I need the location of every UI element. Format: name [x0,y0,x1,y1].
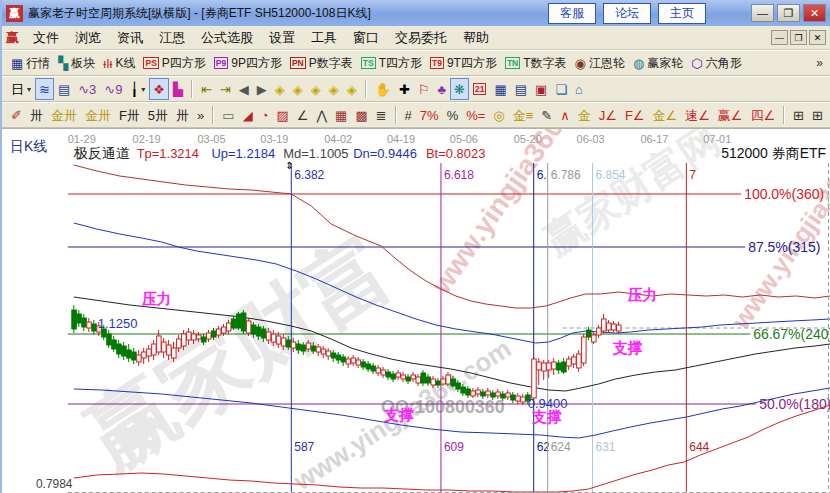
restore-button[interactable]: ❐ [777,4,800,22]
kline-button[interactable]: ᵻǀᵻK线 [99,52,139,74]
zigzag-tool-button[interactable]: ⋀ [312,104,331,126]
menu-window[interactable]: 窗口 [345,27,387,49]
chart-annotation: 1.1250 [98,316,138,331]
menu-help[interactable]: 帮助 [455,27,497,49]
gann-ruler-button[interactable]: 卅 [26,104,47,126]
draw-pen-button[interactable]: ✐ [7,104,26,126]
percent-zone-button[interactable]: 7% [416,104,443,126]
p-square-button[interactable]: PSP四方形 [139,52,209,74]
gold-angle-button[interactable]: 金∠ [648,104,681,126]
menu-formula-stock-pick[interactable]: 公式选股 [193,27,261,49]
info-view-button[interactable]: ▤ [54,78,74,100]
mdi-close-button[interactable]: ✕ [809,30,826,45]
calculator-button[interactable]: ▦ [490,78,510,100]
remote-button[interactable]: ⌂ [571,78,587,100]
f-angle-button[interactable]: F∠ [621,104,649,126]
forum-button[interactable]: 论坛 [603,3,651,24]
menu-gann[interactable]: 江恩 [151,27,193,49]
menu-file[interactable]: 文件 [25,27,67,49]
shift-right-button[interactable]: ◈ [289,78,307,100]
hexagon-button[interactable]: ⬡六角形 [687,52,745,74]
support-button[interactable]: 客服 [548,3,596,24]
expand-h-button[interactable]: ◈ [307,78,325,100]
last-page-button[interactable]: ⇥ [216,78,235,100]
gold-circle-button[interactable]: ◎ [489,104,508,126]
sectors-button[interactable]: ▚板块 [54,52,99,74]
gann-wheel-button[interactable]: ◉江恩轮 [571,52,629,74]
close-button[interactable]: ✕ [803,4,826,22]
more-rulers-button[interactable]: » [193,104,208,126]
arc-tool-button[interactable]: ◔ [257,104,273,126]
j-angle-button[interactable]: J∠ [595,104,621,126]
9t-square-button[interactable]: T99T四方形 [426,52,501,74]
9p-square-button[interactable]: P99P四方形 [210,52,286,74]
gann-ruler-gold2-button[interactable]: 金卅 [81,104,115,126]
chip-dist-button[interactable]: ♣ [434,78,451,100]
speed-angle-button[interactable]: 速∠ [681,104,714,126]
gold-line-button[interactable]: 金≡ [509,104,538,126]
grid2-tool-icon: ▩ [355,109,367,122]
parallel-tool-button[interactable]: ≣ [372,104,391,126]
percent-tool-button[interactable]: % [443,104,463,126]
save-button[interactable]: ▣ [531,78,551,100]
memo-button[interactable]: ▤ [511,78,531,100]
stats-tool-button[interactable]: # [401,104,416,126]
menu-settings[interactable]: 设置 [261,27,303,49]
angle-tool-button[interactable]: ∠ [293,104,313,126]
fan-box-button[interactable]: ▨ [272,104,292,126]
fit-all-button[interactable]: ◈ [343,78,361,100]
grid2-tool-button[interactable]: ▩ [351,104,371,126]
volume-color-button[interactable]: ▙ [169,78,187,100]
shift-left-button[interactable]: ◈ [271,78,289,100]
t-table-button[interactable]: TNT数字表 [501,52,571,74]
crosshair-button[interactable]: ✚ [395,78,414,100]
grid-window2-button[interactable]: ⊞ [808,104,827,126]
grid-window1-button[interactable]: ⊞ [789,104,808,126]
menu-tools[interactable]: 工具 [303,27,345,49]
smart-brain-button[interactable]: ❋ [450,78,469,100]
toolbar-button-label: 六角形 [706,55,742,72]
wave3-button[interactable]: ∿3 [74,78,100,100]
multi-window-button[interactable]: ❏ [551,78,571,100]
window-controls: — ❐ ✕ [751,4,826,22]
flag-note-button[interactable]: ⚐ [414,78,434,100]
compress-h-button[interactable]: ◈ [325,78,343,100]
calendar-button[interactable]: 21 [469,78,490,100]
rect-tool-button[interactable]: ▭ [218,104,238,126]
gann-ruler-5-button[interactable]: 5卅 [144,104,172,126]
gann-ruler-f-button[interactable]: F卅 [115,104,144,126]
candle-body [107,334,111,345]
wave-a-button[interactable]: ∧ [556,104,574,126]
next-button[interactable]: ▶ [253,78,271,100]
chart-canvas[interactable]: 赢家财富赢家财富网www.yingjia360.comwww.yingjia36… [2,129,830,493]
home-button[interactable]: 主页 [658,3,706,24]
t-square-button[interactable]: TST四方形 [357,52,426,74]
gold-section-button[interactable]: 金 [574,104,595,126]
gann-ruler2-button[interactable]: 卅 [172,104,193,126]
candle-style-dropdown[interactable]: ╽▾ [126,78,149,100]
menu-news[interactable]: 资讯 [109,27,151,49]
quotes-button[interactable]: ▦行情 [7,52,54,74]
menu-trade[interactable]: 交易委托 [387,27,455,49]
four-line-button[interactable]: 四∠ [746,104,779,126]
mdi-restore-button[interactable]: ❐ [790,30,807,45]
gann-ruler-gold1-button[interactable]: 金卅 [47,104,81,126]
minimize-button[interactable]: — [751,4,774,22]
gann-fan-button[interactable]: ◢ [239,104,257,126]
pattern-button[interactable]: ❖ [149,78,169,100]
prev-button[interactable]: ◀ [235,78,253,100]
grid-tool-button[interactable]: ▦ [331,104,351,126]
menu-browse[interactable]: 浏览 [67,27,109,49]
winner-wheel-button[interactable]: ◍赢家轮 [629,52,687,74]
mdi-minimize-button[interactable]: — [771,30,788,45]
main-view-button[interactable]: ≋ [35,78,54,100]
p-table-button[interactable]: PNP数字表 [286,52,357,74]
toolbar-overflow-button[interactable]: » [816,56,825,70]
wave9-button[interactable]: ∿9 [100,78,126,100]
percent-line-button[interactable]: %= [462,104,489,126]
pan-hand-button[interactable]: ✋ [371,78,395,100]
win-angle-button[interactable]: 赢∠ [714,104,747,126]
period-dropdown[interactable]: 日▾ [7,78,35,100]
brush-angle-button[interactable]: ✎ [537,104,556,126]
first-page-button[interactable]: ⇤ [197,78,216,100]
